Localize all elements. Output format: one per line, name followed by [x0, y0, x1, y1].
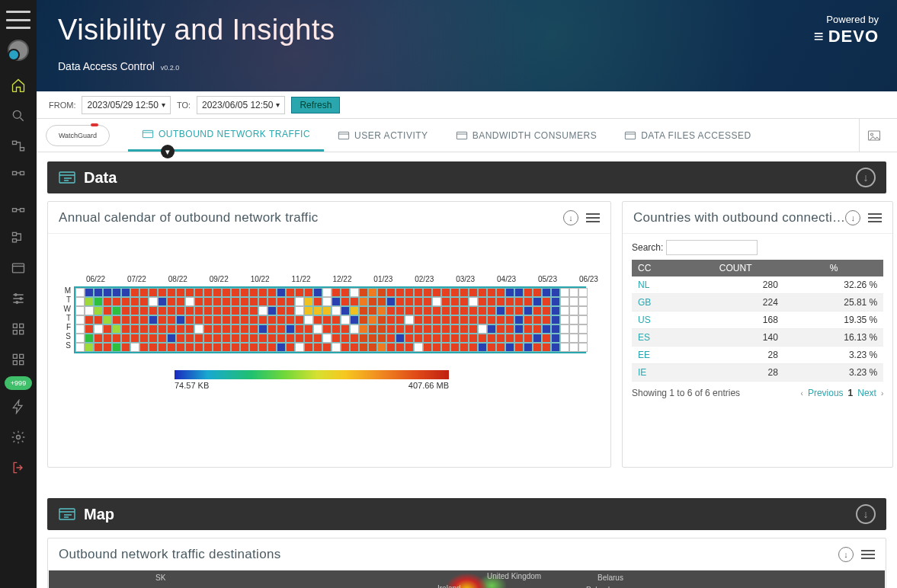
svg-point-0 [13, 110, 21, 118]
map-panel: Outbound network traffic destinations ↓ … [47, 538, 886, 588]
countries-panel: Countries with outbound connecti… ↓ Sear… [622, 201, 893, 468]
gear-icon[interactable] [5, 423, 32, 451]
tabs-image-button[interactable] [859, 119, 888, 152]
calendar-legend: 74.57 KB 407.66 MB [175, 370, 598, 390]
section-map-title: Map [84, 506, 114, 523]
table-row[interactable]: US16819.35 % [632, 312, 883, 329]
flow4-icon[interactable] [5, 224, 32, 251]
from-label: FROM: [49, 101, 75, 110]
to-label: TO: [177, 101, 191, 110]
section-data-collapse-button[interactable]: ↓ [856, 168, 876, 187]
svg-rect-22 [143, 130, 152, 137]
map-download-button[interactable]: ↓ [838, 547, 854, 562]
tabs-scroll-knob[interactable]: ▾ [161, 145, 175, 158]
col-count[interactable]: COUNT [687, 260, 783, 276]
grid2-icon[interactable] [5, 346, 32, 373]
data-section-icon [58, 170, 76, 185]
svg-rect-6 [21, 209, 24, 212]
home-icon[interactable] [5, 72, 32, 99]
map-section-icon [58, 507, 76, 522]
tab-outbound-network-traffic[interactable]: OUTBOUND NETWORK TRAFFIC [128, 119, 324, 152]
svg-rect-20 [20, 361, 24, 365]
sliders-icon[interactable] [5, 285, 32, 312]
svg-point-21 [17, 436, 21, 439]
powered-by: Powered by DEVO [814, 14, 879, 46]
calendar-heatmap [74, 286, 586, 353]
countries-download-button[interactable]: ↓ [845, 210, 860, 225]
svg-rect-3 [13, 171, 17, 174]
from-date-input[interactable]: 2023/05/29 12:50▾ [82, 96, 170, 114]
page-subtitle: Data Access Control v0.2.0 [58, 60, 876, 72]
calendar-menu-button[interactable] [586, 213, 600, 222]
svg-rect-15 [13, 331, 17, 334]
date-range-bar: FROM: 2023/05/29 12:50▾ TO: 2023/06/05 1… [37, 91, 897, 119]
flow2-icon[interactable] [5, 163, 32, 190]
map-label-sk: SK [155, 574, 165, 582]
table-row[interactable]: ES14016.13 % [632, 329, 883, 347]
col-cc[interactable]: CC [632, 260, 687, 276]
svg-rect-4 [21, 171, 24, 174]
to-date-input[interactable]: 2023/06/05 12:50▾ [197, 96, 285, 114]
svg-rect-24 [457, 132, 466, 139]
logout-icon[interactable] [5, 454, 32, 481]
flow-icon[interactable] [5, 133, 32, 160]
calendar-panel-title: Annual calendar of outbound network traf… [59, 210, 563, 225]
countries-next-button[interactable]: Next [857, 388, 876, 398]
avatar[interactable] [8, 40, 29, 61]
svg-rect-9 [13, 264, 24, 273]
section-map-collapse-button[interactable]: ↓ [856, 504, 876, 524]
svg-rect-25 [625, 132, 635, 139]
grid-icon[interactable] [5, 315, 32, 343]
countries-search-label: Search: [632, 242, 663, 253]
bolt-icon[interactable] [5, 393, 32, 420]
menu-toggle-button[interactable] [6, 11, 30, 29]
tab-data-files-accessed[interactable]: DATA FILES ACCESSED [610, 119, 764, 152]
tab-bandwidth-consumers[interactable]: BANDWIDTH CONSUMERS [442, 119, 611, 152]
svg-rect-5 [13, 209, 17, 212]
svg-rect-17 [13, 354, 17, 358]
tab-user-activity[interactable]: USER ACTIVITY [324, 119, 442, 152]
countries-page-1[interactable]: 1 [848, 388, 854, 398]
svg-rect-23 [338, 132, 348, 139]
svg-rect-28 [59, 172, 75, 183]
svg-rect-29 [59, 509, 75, 519]
panel-icon[interactable] [5, 254, 32, 282]
countries-menu-button[interactable] [868, 213, 882, 222]
flow3-icon[interactable] [5, 193, 32, 221]
watchguard-logo: WatchGuard [46, 125, 110, 146]
calendar-download-button[interactable]: ↓ [563, 210, 578, 225]
map-label-belarus: Belarus [597, 574, 623, 582]
svg-rect-16 [20, 331, 24, 334]
svg-rect-18 [20, 354, 24, 358]
table-row[interactable]: IE283.23 % [632, 364, 883, 382]
calendar-month-labels: 06/2207/2208/2209/2210/2211/2212/2201/23… [86, 241, 598, 283]
calendar-day-labels: MTWTFSS [60, 286, 71, 353]
map-visualization[interactable]: SK Ireland United Kingdom Belarus Poland [49, 570, 885, 588]
col-pct[interactable]: % [784, 260, 883, 276]
header-banner: Visibility and Insights Data Access Cont… [37, 0, 897, 91]
svg-point-27 [870, 133, 873, 136]
map-label-ireland: Ireland [437, 584, 461, 588]
section-data-title: Data [84, 169, 117, 187]
table-row[interactable]: EE283.23 % [632, 347, 883, 364]
left-sidebar: +999 [0, 0, 37, 588]
countries-table: CC COUNT % NL28032.26 %GB22425.81 %US168… [632, 260, 883, 382]
notifications-badge[interactable]: +999 [5, 376, 32, 390]
countries-showing-text: Showing 1 to 6 of 6 entries [632, 388, 740, 398]
table-row[interactable]: NL28032.26 % [632, 276, 883, 294]
svg-rect-7 [13, 232, 17, 235]
svg-rect-14 [20, 324, 24, 328]
svg-rect-19 [13, 361, 17, 365]
search-icon[interactable] [5, 102, 32, 129]
map-panel-title: Outbound network traffic destinations [59, 547, 838, 562]
svg-rect-2 [21, 148, 24, 151]
countries-search-input[interactable] [666, 240, 758, 255]
svg-rect-13 [13, 324, 17, 328]
svg-rect-8 [13, 239, 17, 242]
map-label-uk: United Kingdom [487, 572, 541, 580]
countries-prev-button[interactable]: Previous [808, 388, 844, 398]
map-menu-button[interactable] [861, 550, 875, 559]
refresh-button[interactable]: Refresh [291, 97, 340, 113]
calendar-panel: Annual calendar of outbound network traf… [47, 201, 611, 468]
table-row[interactable]: GB22425.81 % [632, 294, 883, 312]
